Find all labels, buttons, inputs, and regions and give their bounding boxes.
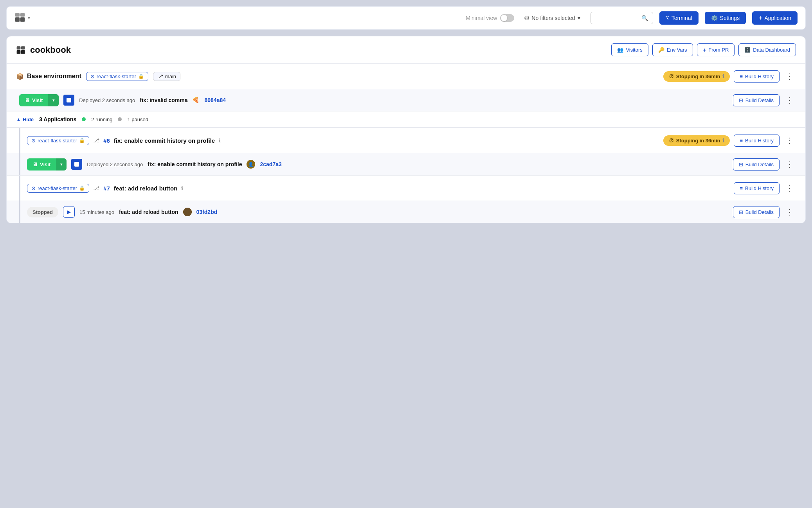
- base-build-details-button[interactable]: ⊞ Build Details: [733, 94, 780, 106]
- pr-section-0: ⊙ react-flask-starter 🔒 ⎇ #6 fix: enable…: [7, 127, 805, 175]
- minimal-view-toggle-wrap: Minimal view: [466, 14, 514, 22]
- clock-icon: ⏱: [669, 74, 674, 79]
- pr-deploy-row-0: 🖥 Visit ▾ Deployed 2 seconds ago fix: en…: [7, 153, 805, 175]
- pr-title-0: fix: enable commit history on profile: [114, 137, 215, 144]
- env-header: 📦 Base environment ⊙ react-flask-starter…: [7, 64, 805, 89]
- visitors-button[interactable]: 👥 Visitors: [611, 43, 648, 56]
- play-button-1[interactable]: ▶: [63, 206, 75, 218]
- build-history-button[interactable]: ≡ Build History: [734, 70, 780, 83]
- base-environment-section: 📦 Base environment ⊙ react-flask-starter…: [7, 64, 805, 127]
- pr-repo-tag-0[interactable]: ⊙ react-flask-starter 🔒: [27, 136, 89, 145]
- base-deploy-row: 🖥 Visit ▾ Deployed 2 seconds ago fix: in…: [7, 89, 805, 111]
- info-icon[interactable]: ℹ: [722, 74, 724, 79]
- svg-rect-7: [21, 46, 25, 49]
- visit-icon: 🖥: [25, 97, 30, 103]
- pr-deploy-actions-1: ⊞ Build Details ⋮: [733, 206, 796, 218]
- terminal-button[interactable]: ⌥ Terminal: [659, 11, 699, 25]
- pr-build-details-button-1[interactable]: ⊞ Build Details: [733, 206, 780, 218]
- commit-hash[interactable]: 8084a84: [204, 97, 226, 103]
- svg-text:👤: 👤: [248, 162, 254, 167]
- deploy-time: Deployed 2 seconds ago: [79, 97, 135, 103]
- env-vars-button[interactable]: 🔑 Env Vars: [652, 43, 693, 56]
- pr-number-0: #6: [103, 137, 110, 144]
- play-icon-1: ▶: [67, 209, 71, 215]
- pr-visit-group-0: 🖥 Visit ▾: [27, 158, 67, 171]
- pr-build-history-button-1[interactable]: ≡ Build History: [734, 182, 780, 194]
- pr-visit-icon-0: 🖥: [32, 162, 38, 167]
- search-input[interactable]: [596, 15, 639, 21]
- pr-build-details-button-0[interactable]: ⊞ Build Details: [733, 158, 780, 171]
- pr-more-button-0[interactable]: ⋮: [783, 134, 796, 147]
- pr-stopping-info-0[interactable]: ℹ: [722, 138, 724, 144]
- filter-icon: ⛁: [524, 15, 529, 21]
- main-card: cookbook 👥 Visitors 🔑 Env Vars + From PR…: [6, 36, 806, 223]
- pr-branch-icon-1: ⎇: [93, 185, 99, 191]
- pr-deploy-more-button-0[interactable]: ⋮: [783, 158, 796, 171]
- svg-rect-3: [20, 13, 25, 17]
- github-icon: ⊙: [90, 74, 95, 79]
- base-repo-tag[interactable]: ⊙ react-flask-starter 🔒: [86, 72, 148, 81]
- settings-icon: ⚙️: [711, 15, 718, 21]
- data-dashboard-button[interactable]: 🗄️ Data Dashboard: [738, 43, 796, 56]
- pr-section-1: ⊙ react-flask-starter 🔒 ⎇ #7 feat: add r…: [7, 175, 805, 223]
- pr-visit-button-0[interactable]: 🖥 Visit: [27, 158, 56, 171]
- pr-deploy-actions-0: ⊞ Build Details ⋮: [733, 158, 796, 171]
- env-vars-icon: 🔑: [658, 47, 664, 53]
- svg-rect-5: [21, 50, 25, 54]
- from-pr-button[interactable]: + From PR: [697, 43, 735, 56]
- cookbook-actions: 👥 Visitors 🔑 Env Vars + From PR 🗄️ Data …: [611, 43, 796, 56]
- cookbook-header: cookbook 👥 Visitors 🔑 Env Vars + From PR…: [7, 36, 805, 64]
- pr-deploy-time-0: Deployed 2 seconds ago: [87, 162, 143, 167]
- base-env-more-button[interactable]: ⋮: [783, 70, 796, 83]
- pr-repo-tag-1[interactable]: ⊙ react-flask-starter 🔒: [27, 184, 89, 193]
- toolbar-chevron-icon[interactable]: ▾: [28, 15, 30, 21]
- pr-commit-hash-0[interactable]: 2cad7a3: [260, 161, 281, 167]
- pr-stop-button-0[interactable]: [71, 159, 82, 170]
- filter-chevron-icon: ▾: [578, 15, 580, 21]
- minimal-view-toggle[interactable]: [500, 14, 514, 22]
- pr-info-icon-1[interactable]: ℹ: [181, 185, 183, 191]
- settings-button[interactable]: ⚙️ Settings: [705, 12, 746, 24]
- pr-commit-hash-1[interactable]: 03fd2bd: [196, 209, 218, 215]
- filter-label: No filters selected: [531, 15, 575, 21]
- visit-dropdown-button[interactable]: ▾: [48, 94, 59, 106]
- visit-button[interactable]: 🖥 Visit: [19, 94, 48, 106]
- pr-branch-icon-0: ⎇: [93, 137, 99, 144]
- pr-lock-icon-1: 🔒: [79, 185, 85, 191]
- pr-lock-icon-0: 🔒: [79, 138, 85, 143]
- pr-layers-icon-0: ⊞: [739, 162, 743, 167]
- stopped-badge-1: Stopped: [27, 207, 58, 217]
- clock-icon-0: ⏱: [669, 138, 674, 144]
- running-dot: [82, 117, 86, 121]
- pr-header-0: ⊙ react-flask-starter 🔒 ⎇ #6 fix: enable…: [7, 128, 805, 153]
- toolbar-logo[interactable]: ▾: [14, 13, 30, 23]
- pr-title-1: feat: add reload button: [114, 185, 178, 192]
- add-icon: +: [758, 14, 762, 22]
- pr-visit-caret-0[interactable]: ▾: [56, 158, 67, 171]
- data-dashboard-icon: 🗄️: [744, 47, 751, 53]
- svg-rect-2: [15, 13, 20, 17]
- pr-actions-1: ≡ Build History ⋮: [734, 182, 796, 194]
- pr-build-history-button-0[interactable]: ≡ Build History: [734, 135, 780, 147]
- pr-avatar-1: [183, 208, 192, 216]
- search-box[interactable]: 🔍: [591, 12, 653, 24]
- hide-button[interactable]: ▲ Hide: [16, 117, 34, 122]
- svg-rect-4: [17, 50, 21, 54]
- branch-icon: ⎇: [157, 74, 163, 79]
- visitors-icon: 👥: [617, 47, 623, 53]
- terminal-icon: ⌥: [666, 14, 669, 22]
- base-deploy-more-button[interactable]: ⋮: [783, 94, 796, 106]
- pr-more-button-1[interactable]: ⋮: [783, 182, 796, 194]
- layers-icon: ⊞: [739, 97, 743, 103]
- base-deploy-actions: ⊞ Build Details ⋮: [733, 94, 796, 106]
- cookbook-logo: cookbook: [16, 45, 71, 55]
- env-title: 📦 Base environment: [16, 73, 81, 80]
- from-pr-icon: +: [703, 47, 706, 53]
- pr-info-icon-0[interactable]: ℹ: [219, 138, 221, 144]
- stop-button[interactable]: [63, 95, 74, 106]
- add-application-button[interactable]: + Application: [752, 11, 798, 25]
- pr-deploy-more-button-1[interactable]: ⋮: [783, 206, 796, 218]
- base-branch-tag[interactable]: ⎇ main: [153, 72, 180, 81]
- pr-deploy-row-1: Stopped ▶ 15 minutes ago feat: add reloa…: [7, 201, 805, 223]
- filter-button[interactable]: ⛁ No filters selected ▾: [520, 13, 584, 23]
